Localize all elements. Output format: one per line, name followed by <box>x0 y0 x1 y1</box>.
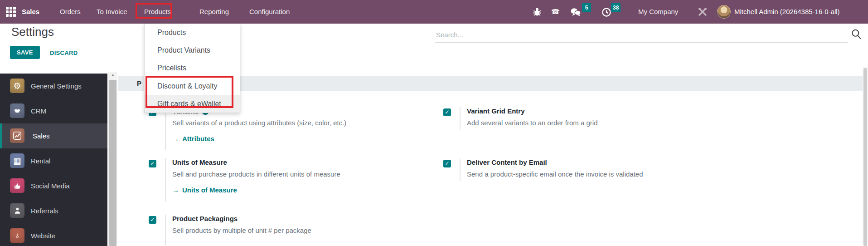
setting-title: Product Packagings <box>172 215 238 222</box>
attributes-link[interactable]: →Attributes <box>172 135 346 143</box>
bug-icon[interactable] <box>532 6 543 17</box>
menu-item-discount-loyalty[interactable]: Discount & Loyalty <box>145 77 240 95</box>
units-of-measure-checkbox[interactable]: ✓ <box>149 160 156 167</box>
section-header-partial-text: P <box>137 76 141 91</box>
window-scrollbar-thumb[interactable] <box>863 68 867 246</box>
globe-icon: ♁ <box>10 228 24 243</box>
activity-badge: 38 <box>611 3 621 12</box>
user-avatar[interactable] <box>717 5 731 19</box>
check-icon: ✓ <box>445 109 449 115</box>
setting-description: Sell products by multiple of unit # per … <box>172 226 311 234</box>
variant-grid-entry-checkbox[interactable]: ✓ <box>443 108 451 116</box>
chat-messages-icon[interactable] <box>570 7 581 18</box>
search-icon[interactable] <box>850 28 862 40</box>
check-icon: ✓ <box>445 160 449 167</box>
save-button[interactable]: SAVE <box>10 46 40 59</box>
discard-button[interactable]: DISCARD <box>47 46 80 59</box>
apps-grid-icon[interactable] <box>6 7 16 17</box>
app-name[interactable]: Sales <box>22 0 39 24</box>
check-icon: ✓ <box>150 216 155 223</box>
arrow-right-icon: → <box>172 186 179 194</box>
menu-item-products[interactable]: Products <box>145 24 240 41</box>
setting-description: Sell variants of a product using attribu… <box>172 119 346 127</box>
sidebar-item-rental[interactable]: ▦ Rental <box>0 148 107 173</box>
sales-chart-icon <box>10 128 24 143</box>
arrow-right-icon: → <box>172 135 179 143</box>
top-navbar: Sales Orders To Invoice Products Reporti… <box>0 0 868 24</box>
settings-sidebar: ⚙ General Settings CRM Sales ▦ Rental So… <box>0 74 107 246</box>
activity-clock-icon[interactable] <box>601 7 612 18</box>
sidebar-item-general-settings[interactable]: ⚙ General Settings <box>0 74 107 98</box>
menu-orders[interactable]: Orders <box>60 0 81 24</box>
content-scrollbar-thumb[interactable] <box>109 80 116 246</box>
setting-description: Send a product-specific email once the i… <box>467 170 643 178</box>
setting-title: Variant Grid Entry <box>467 107 525 115</box>
units-of-measure-link[interactable]: →Units of Measure <box>172 186 340 194</box>
table-icon: ▦ <box>10 153 24 168</box>
scrollbar-up-arrow[interactable]: ▲ <box>110 73 116 77</box>
setting-units-of-measure: ✓ Units of Measure Sell and purchase pro… <box>149 158 340 202</box>
menu-item-product-variants[interactable]: Product Variants <box>145 41 240 59</box>
setting-title: Deliver Content by Email <box>467 158 547 166</box>
products-dropdown-menu: Products Product Variants Pricelists Dis… <box>144 24 240 113</box>
gear-icon: ⚙ <box>10 79 24 93</box>
setting-variant-grid-entry: ✓ Variant Grid Entry Add several variant… <box>443 107 597 130</box>
link-label: Units of Measure <box>182 186 237 194</box>
setting-product-packagings: ✓ Product Packagings Sell products by mu… <box>149 215 311 246</box>
menu-products[interactable]: Products <box>144 0 171 24</box>
link-label: Attributes <box>182 135 214 143</box>
thumbs-up-icon <box>10 178 24 193</box>
sidebar-item-referrals[interactable]: Referrals <box>0 198 107 223</box>
user-menu[interactable]: Mitchell Admin (20264385-16-0-all) <box>734 0 840 24</box>
search-input[interactable] <box>435 27 848 43</box>
handshake-icon <box>10 103 24 118</box>
sidebar-item-website[interactable]: ♁ Website <box>0 223 107 246</box>
setting-deliver-content-by-email: ✓ Deliver Content by Email Send a produc… <box>443 158 643 181</box>
menu-item-pricelists[interactable]: Pricelists <box>145 59 240 77</box>
company-switcher[interactable]: My Company <box>638 0 678 24</box>
product-packagings-checkbox[interactable]: ✓ <box>149 216 156 224</box>
setting-description: Sell and purchase products in different … <box>172 170 340 178</box>
setting-variants: ✓ Variants? Sell variants of a product u… <box>149 107 346 150</box>
menu-configuration[interactable]: Configuration <box>249 0 290 24</box>
setting-title: Units of Measure <box>172 158 227 166</box>
odoo-sales-settings-page: Sales Orders To Invoice Products Reporti… <box>0 0 868 246</box>
sidebar-item-social-media[interactable]: Social Media <box>0 173 107 198</box>
page-title: Settings <box>11 25 54 39</box>
chat-badge: 5 <box>582 3 591 12</box>
setting-description: Add several variants to an order from a … <box>467 119 597 127</box>
menu-item-gift-cards-ewallet[interactable]: Gift cards & eWallet <box>145 95 240 113</box>
menu-reporting[interactable]: Reporting <box>199 0 229 24</box>
menu-to-invoice[interactable]: To Invoice <box>97 0 127 24</box>
developer-tools-icon[interactable] <box>697 6 708 17</box>
sidebar-item-sales[interactable]: Sales <box>0 123 107 148</box>
phone-icon[interactable]: ☎ <box>551 0 560 24</box>
person-icon <box>10 203 24 218</box>
deliver-content-checkbox[interactable]: ✓ <box>443 160 451 167</box>
check-icon: ✓ <box>150 160 155 167</box>
sidebar-item-crm[interactable]: CRM <box>0 98 107 123</box>
